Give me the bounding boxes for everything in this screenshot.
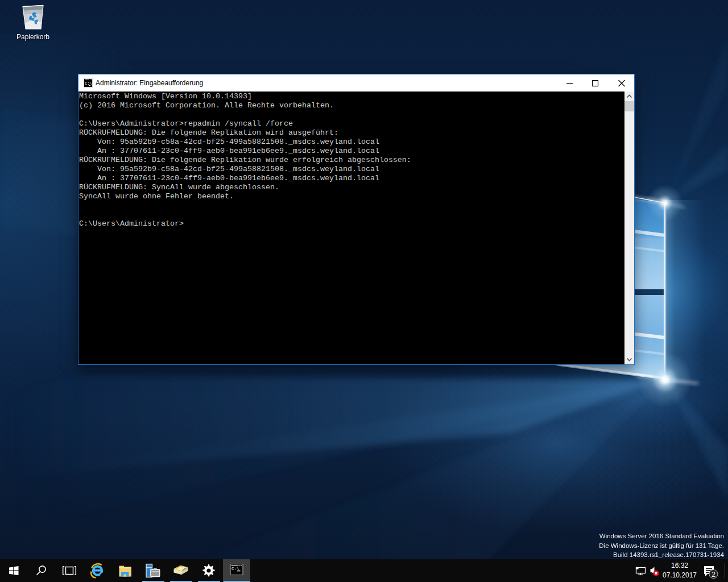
svg-text:2: 2 bbox=[712, 571, 715, 579]
svg-text:C:\: C:\ bbox=[85, 81, 92, 86]
